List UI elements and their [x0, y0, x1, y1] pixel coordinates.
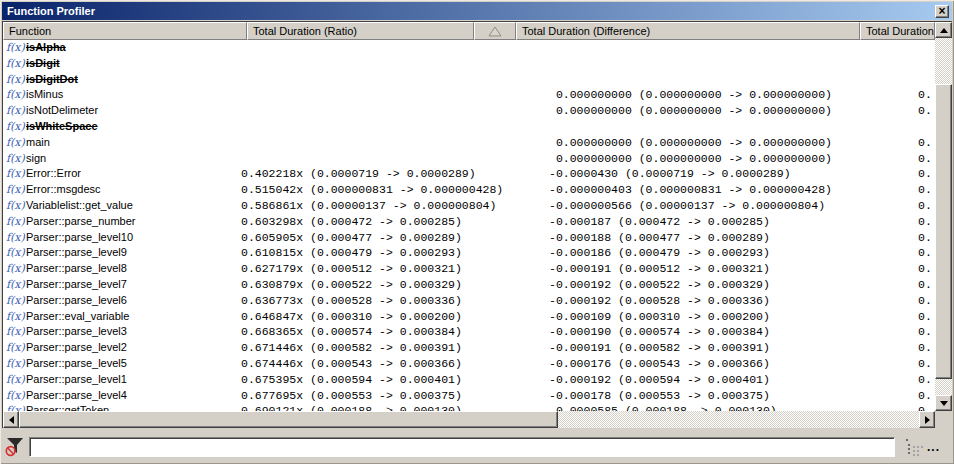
function-icon: f(x) [6, 356, 25, 372]
more-button[interactable]: ... [927, 439, 949, 455]
function-name: sign [26, 151, 46, 167]
vertical-scroll-thumb[interactable] [935, 84, 952, 379]
table-row[interactable]: f(x) isNotDelimeter 0.000000000 (0.00000… [3, 103, 935, 119]
column-label: Total Duration [866, 25, 934, 37]
function-icon: f(x) [6, 135, 25, 151]
function-icon: f(x) [6, 340, 25, 356]
total-value: 0. [918, 356, 932, 372]
ratio-value: 0.675395x (0.000594 -> 0.000401) [241, 372, 462, 388]
function-icon: f(x) [6, 56, 25, 72]
scroll-right-button[interactable] [919, 411, 935, 428]
function-name: Parser::parse_level10 [26, 230, 133, 246]
function-icon: f(x) [6, 151, 25, 167]
table-row[interactable]: f(x) Parser::parse_level2 0.671446x (0.0… [3, 340, 935, 356]
function-icon: f(x) [6, 166, 25, 182]
scroll-left-button[interactable] [3, 411, 19, 428]
table-row[interactable]: f(x) Parser::eval_variable 0.646847x (0.… [3, 309, 935, 325]
filter-input[interactable] [29, 437, 895, 457]
horizontal-scrollbar[interactable] [3, 411, 935, 428]
table-row[interactable]: f(x) Parser::parse_level1 0.675395x (0.0… [3, 372, 935, 388]
function-name: Parser::parse_level4 [26, 388, 127, 404]
function-profiler-window: Function Profiler × Function Total Durat… [0, 0, 954, 464]
table-row[interactable]: f(x) main 0.000000000 (0.000000000 -> 0.… [3, 135, 935, 151]
function-name: isDigit [26, 56, 60, 72]
function-name: main [26, 135, 50, 151]
arrow-left-icon [9, 416, 14, 424]
difference-value: -0.000109 (0.000310 -> 0.000200) [549, 309, 770, 325]
function-name: Parser::parse_level6 [26, 293, 127, 309]
function-icon: f(x) [6, 40, 25, 56]
ratio-value: 0.605905x (0.000477 -> 0.000289) [241, 230, 462, 246]
table-row[interactable]: f(x) Parser::getToken 0.690121x (0.00018… [3, 403, 935, 411]
column-header-function[interactable]: Function [3, 22, 247, 40]
difference-value: -0.000190 (0.000574 -> 0.000384) [549, 324, 770, 340]
titlebar[interactable]: Function Profiler × [2, 2, 952, 20]
table-row[interactable]: f(x) Parser::parse_level6 0.636773x (0.0… [3, 293, 935, 309]
vertical-scrollbar[interactable] [935, 22, 952, 411]
total-value: 0. [918, 103, 932, 119]
table-row[interactable]: f(x) Parser::parse_level4 0.677695x (0.0… [3, 388, 935, 404]
function-icon: f(x) [6, 214, 25, 230]
difference-value: -0.000178 (0.000553 -> 0.000375) [549, 388, 770, 404]
ratio-value: 0.610815x (0.000479 -> 0.000293) [241, 245, 462, 261]
close-icon: × [938, 6, 945, 16]
column-label: Total Duration (Difference) [522, 25, 650, 37]
profiler-list: Function Total Duration (Ratio) Total Du… [2, 21, 952, 428]
table-row[interactable]: f(x) Parser::parse_level8 0.627179x (0.0… [3, 261, 935, 277]
filter-bar: ... [2, 431, 952, 462]
column-header-difference[interactable]: Total Duration (Difference) [516, 22, 860, 40]
table-row[interactable]: f(x) isMinus 0.000000000 (0.000000000 ->… [3, 87, 935, 103]
difference-value: -0.000187 (0.000472 -> 0.000285) [549, 214, 770, 230]
difference-value: -0.000192 (0.000594 -> 0.000401) [549, 372, 770, 388]
table-row[interactable]: f(x) isAlpha [3, 40, 935, 56]
sort-indicator-section[interactable] [474, 22, 516, 40]
function-name: isNotDelimeter [26, 103, 98, 119]
table-row[interactable]: f(x) Error::msgdesc 0.515042x (0.0000008… [3, 182, 935, 198]
table-row[interactable]: f(x) Parser::parse_level3 0.668365x (0.0… [3, 324, 935, 340]
difference-value: -0.000176 (0.000543 -> 0.000366) [549, 356, 770, 372]
total-value: 0. [918, 166, 932, 182]
table-row[interactable]: f(x) Parser::parse_level5 0.674446x (0.0… [3, 356, 935, 372]
filter-disabled-icon[interactable] [5, 436, 25, 457]
table-row[interactable]: f(x) isDigit [3, 56, 935, 72]
total-value: 0. [918, 151, 932, 167]
table-row[interactable]: f(x) Parser::parse_number 0.603298x (0.0… [3, 214, 935, 230]
table-row[interactable]: f(x) Parser::parse_level7 0.630879x (0.0… [3, 277, 935, 293]
table-row[interactable]: f(x) Variablelist::get_value 0.586861x (… [3, 198, 935, 214]
function-name: Parser::parse_level2 [26, 340, 127, 356]
total-value: 0. [918, 261, 932, 277]
ratio-value: 0.515042x (0.000000831 -> 0.000000428) [241, 182, 503, 198]
table-row[interactable]: f(x) isDigitDot [3, 72, 935, 88]
table-row[interactable]: f(x) Parser::parse_level10 0.605905x (0.… [3, 230, 935, 246]
total-value: 0. [918, 230, 932, 246]
function-icon: f(x) [6, 261, 25, 277]
total-value: 0. [918, 324, 932, 340]
table-row[interactable]: f(x) Error::Error 0.402218x (0.0000719 -… [3, 166, 935, 182]
function-icon: f(x) [6, 309, 25, 325]
function-icon: f(x) [6, 388, 25, 404]
ratio-value: 0.627179x (0.000512 -> 0.000321) [241, 261, 462, 277]
function-icon: f(x) [6, 72, 25, 88]
horizontal-scroll-track[interactable] [19, 411, 919, 428]
column-header-total[interactable]: Total Duration [860, 22, 935, 40]
table-row[interactable]: f(x) Parser::parse_level9 0.610815x (0.0… [3, 245, 935, 261]
total-value: 0. [918, 87, 932, 103]
grip-dots-icon[interactable] [903, 438, 925, 458]
table-row[interactable]: f(x) sign 0.000000000 (0.000000000 -> 0.… [3, 151, 935, 167]
function-icon: f(x) [6, 324, 25, 340]
difference-value: -0.0000585 (0.000188 -> 0.000130) [549, 403, 777, 411]
table-row[interactable]: f(x) isWhiteSpace [3, 119, 935, 135]
close-button[interactable]: × [935, 5, 949, 18]
column-header-ratio[interactable]: Total Duration (Ratio) [247, 22, 474, 40]
difference-value: -0.000186 (0.000479 -> 0.000293) [549, 245, 770, 261]
scroll-down-button[interactable] [935, 395, 952, 411]
scroll-up-button[interactable] [935, 22, 952, 38]
total-value: 0. [918, 245, 932, 261]
total-value: 0. [918, 403, 932, 411]
horizontal-scroll-thumb[interactable] [19, 411, 558, 428]
total-value: 0. [918, 388, 932, 404]
function-name: isAlpha [26, 40, 66, 56]
arrow-up-icon [940, 28, 948, 33]
vertical-scroll-track[interactable] [935, 38, 952, 395]
function-icon: f(x) [6, 277, 25, 293]
